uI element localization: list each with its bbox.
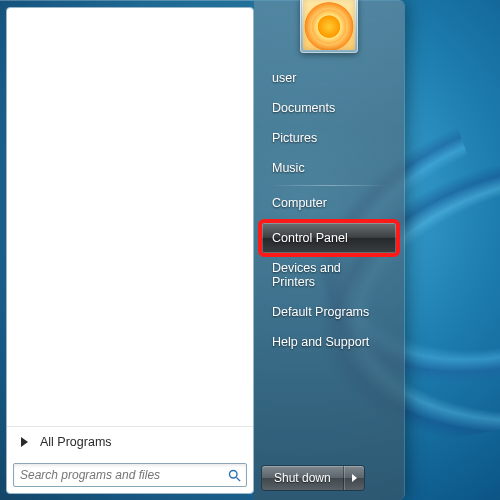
all-programs-button[interactable]: All Programs [7, 427, 253, 457]
all-programs-label: All Programs [40, 435, 112, 449]
right-item-label: Devices and Printers [272, 261, 341, 289]
shutdown-label: Shut down [274, 471, 331, 485]
right-item-control-panel[interactable]: Control Panel [262, 223, 396, 253]
user-avatar-frame[interactable] [300, 0, 358, 53]
user-avatar-icon [303, 0, 355, 50]
search-icon [225, 466, 243, 484]
arrow-right-icon [352, 474, 357, 482]
right-item-pictures[interactable]: Pictures [262, 123, 396, 153]
svg-point-0 [229, 470, 237, 478]
right-item-help-and-support[interactable]: Help and Support [262, 327, 396, 357]
search-box[interactable] [13, 463, 247, 487]
right-item-label: Default Programs [272, 305, 369, 319]
start-menu: All Programs user Documents [0, 0, 405, 500]
right-item-user[interactable]: user [262, 63, 396, 93]
right-item-label: Pictures [272, 131, 317, 145]
right-item-label: Computer [272, 196, 327, 210]
right-item-default-programs[interactable]: Default Programs [262, 297, 396, 327]
left-pane: All Programs [6, 7, 254, 494]
right-item-documents[interactable]: Documents [262, 93, 396, 123]
svg-line-1 [236, 477, 240, 481]
right-item-devices-and-printers[interactable]: Devices and Printers [262, 253, 396, 297]
right-item-label: user [272, 71, 296, 85]
shutdown-button[interactable]: Shut down [262, 466, 344, 490]
shutdown-row: Shut down [262, 466, 396, 494]
right-item-music[interactable]: Music [262, 153, 396, 183]
shutdown-options-button[interactable] [344, 466, 364, 490]
search-container [7, 457, 253, 493]
divider [270, 185, 388, 186]
right-item-label: Music [272, 161, 305, 175]
programs-list-area [7, 8, 253, 426]
arrow-right-icon [21, 437, 28, 447]
divider [270, 220, 388, 221]
search-input[interactable] [20, 468, 225, 482]
right-item-label: Help and Support [272, 335, 369, 349]
right-item-computer[interactable]: Computer [262, 188, 396, 218]
shutdown-button-group: Shut down [262, 466, 364, 490]
right-item-label: Control Panel [272, 231, 348, 245]
right-pane: user Documents Pictures Music Computer C… [254, 1, 404, 500]
right-item-label: Documents [272, 101, 335, 115]
